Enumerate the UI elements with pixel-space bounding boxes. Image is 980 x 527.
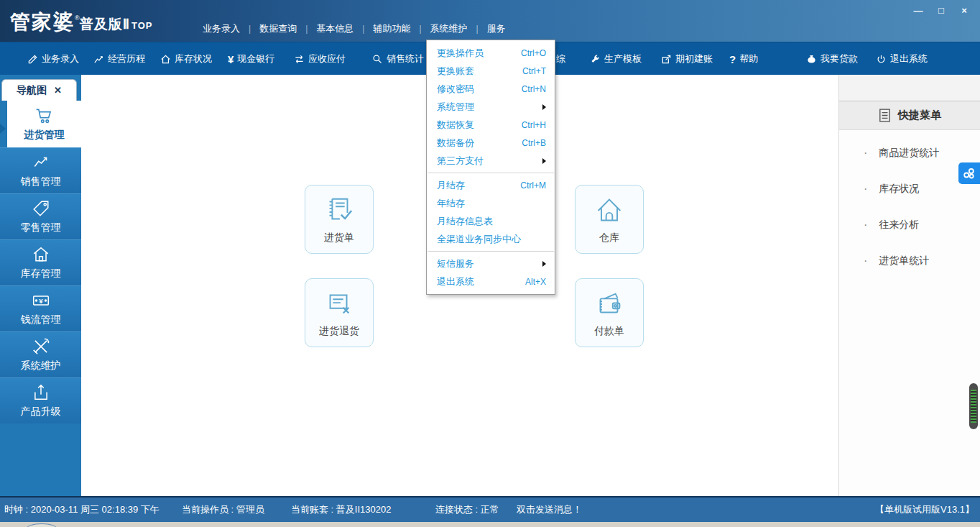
shortcut: Ctrl+N bbox=[522, 84, 546, 94]
window-controls: — □ × bbox=[910, 3, 973, 17]
toolbar-business-entry[interactable]: 业务录入 bbox=[27, 42, 79, 75]
menu-item-exit-system[interactable]: 退出系统Alt+X bbox=[427, 272, 555, 290]
card-label: 进货退货 bbox=[319, 325, 359, 338]
document-icon bbox=[879, 109, 891, 122]
toolbar-help[interactable]: ? 帮助 bbox=[729, 42, 758, 75]
tag-icon bbox=[32, 199, 50, 218]
card-label: 仓库 bbox=[599, 232, 619, 244]
nav-map-tab[interactable]: 导航图 ✕ bbox=[1, 79, 77, 101]
sidebar-item-inventory[interactable]: 库存管理 bbox=[0, 239, 81, 285]
toolbar-production-template[interactable]: 生产模板 bbox=[590, 42, 642, 75]
grip-handle[interactable] bbox=[969, 383, 978, 429]
pencil-icon bbox=[27, 54, 38, 65]
cart-icon bbox=[34, 106, 55, 125]
toolbar-label: 销售统计 bbox=[387, 52, 424, 65]
navigation-sidebar: 导航图 ✕ 进货管理 销售管理 零售管理 库存管理 ¥ 钱流管理 系统维护 产品… bbox=[0, 75, 81, 496]
power-icon bbox=[876, 54, 887, 65]
bullet-icon: · bbox=[864, 255, 867, 267]
card-payment-order[interactable]: 付款单 bbox=[575, 278, 644, 347]
menu-service[interactable]: 服务 bbox=[479, 20, 514, 37]
bullet-icon: · bbox=[864, 183, 867, 196]
menu-bar: 业务录入 | 数据查询 | 基本信息 | 辅助功能 | 系统维护 | 服务 bbox=[194, 20, 514, 37]
toolbar-partial-covered-item[interactable]: 综 bbox=[556, 42, 565, 75]
menu-item-data-restore[interactable]: 数据恢复Ctrl+H bbox=[427, 116, 555, 134]
card-purchase-return[interactable]: 进货退货 bbox=[305, 278, 374, 347]
menu-item-month-closing-info[interactable]: 月结存信息表 bbox=[427, 212, 555, 230]
menu-item-omnichannel-sync-center[interactable]: 全渠道业务同步中心 bbox=[427, 230, 555, 248]
pull-up-handle[interactable] bbox=[26, 523, 57, 527]
menu-item-month-closing[interactable]: 月结存Ctrl+M bbox=[427, 176, 555, 194]
toolbar-business-history[interactable]: 经营历程 bbox=[93, 42, 145, 75]
yen-icon: ¥ bbox=[228, 54, 234, 65]
status-version: 【单机版试用版V13.1】 bbox=[875, 498, 974, 522]
menu-item-sms-service[interactable]: 短信服务 bbox=[427, 255, 555, 272]
sidebar-item-label: 库存管理 bbox=[21, 267, 61, 280]
sidebar-item-label: 销售管理 bbox=[21, 175, 61, 188]
sidebar-item-retail[interactable]: 零售管理 bbox=[0, 193, 81, 239]
swap-arrows-icon bbox=[294, 54, 305, 65]
menu-item-switch-account[interactable]: 更换账套Ctrl+T bbox=[427, 62, 555, 80]
sidebar-item-label: 进货管理 bbox=[24, 129, 65, 142]
submenu-arrow-icon bbox=[542, 261, 546, 267]
submenu-arrow-icon bbox=[542, 104, 546, 110]
maximize-button[interactable]: □ bbox=[933, 3, 950, 17]
card-warehouse[interactable]: 仓库 bbox=[575, 185, 644, 254]
toolbar-label: 我要贷款 bbox=[820, 52, 858, 65]
toolbar-label: 生产模板 bbox=[604, 52, 642, 65]
sidebar-item-sales[interactable]: 销售管理 bbox=[0, 147, 81, 193]
quick-item-contact-analysis[interactable]: · 往来分析 bbox=[839, 217, 980, 233]
menu-item-third-party-payment[interactable]: 第三方支付 bbox=[427, 152, 555, 170]
wallet-icon bbox=[593, 288, 626, 321]
share-float-button[interactable] bbox=[958, 162, 980, 184]
toolbar-receivable-payable[interactable]: 应收应付 bbox=[294, 42, 346, 75]
menu-item-change-password[interactable]: 修改密码Ctrl+N bbox=[427, 80, 555, 98]
menu-basic-info[interactable]: 基本信息 bbox=[308, 20, 362, 37]
sales-chart-icon bbox=[32, 153, 50, 172]
banknote-icon: ¥ bbox=[32, 291, 50, 310]
tab-close-icon[interactable]: ✕ bbox=[54, 85, 62, 96]
sidebar-item-cashflow[interactable]: ¥ 钱流管理 bbox=[0, 285, 81, 331]
magnifier-icon bbox=[372, 54, 383, 65]
toolbar-inventory-status[interactable]: 库存状况 bbox=[160, 42, 212, 75]
menu-item-system-management[interactable]: 系统管理 bbox=[427, 98, 555, 116]
quick-item-inventory-status[interactable]: · 库存状况 bbox=[839, 181, 980, 197]
toolbar-loan[interactable]: 我要贷款 bbox=[806, 42, 858, 75]
status-message[interactable]: 双击发送消息！ bbox=[517, 498, 582, 522]
menu-auxiliary[interactable]: 辅助功能 bbox=[364, 20, 419, 37]
menu-data-query[interactable]: 数据查询 bbox=[251, 20, 305, 37]
quick-item-label: 往来分析 bbox=[879, 219, 919, 232]
toolbar-label: 期初建账 bbox=[675, 52, 713, 65]
shortcut: Ctrl+O bbox=[521, 48, 546, 58]
sidebar-item-label: 产品升级 bbox=[21, 405, 61, 418]
svg-text:¥: ¥ bbox=[39, 297, 43, 305]
close-button[interactable]: × bbox=[956, 3, 973, 17]
question-icon: ? bbox=[729, 54, 736, 65]
system-maintenance-menu: 更换操作员Ctrl+O 更换账套Ctrl+T 修改密码Ctrl+N 系统管理 数… bbox=[426, 40, 555, 295]
menu-item-year-closing[interactable]: 年结存 bbox=[427, 194, 555, 212]
quick-item-label: 进货单统计 bbox=[879, 255, 929, 267]
card-purchase-order[interactable]: 进货单 bbox=[305, 185, 374, 254]
sidebar-item-purchase[interactable]: 进货管理 bbox=[7, 101, 81, 147]
submenu-arrow-icon bbox=[542, 158, 546, 164]
toolbar-initial-setup[interactable]: 期初建账 bbox=[661, 42, 713, 75]
card-label: 进货单 bbox=[324, 232, 354, 244]
sidebar-item-maintenance[interactable]: 系统维护 bbox=[0, 331, 81, 377]
toolbar-sales-statistics[interactable]: 销售统计 bbox=[372, 42, 424, 75]
menu-business-entry[interactable]: 业务录入 bbox=[194, 20, 249, 37]
minimize-button[interactable]: — bbox=[910, 3, 927, 17]
status-account: 当前账套 : 普及II130202 bbox=[291, 498, 391, 522]
quick-item-goods-purchase-stats[interactable]: · 商品进货统计 bbox=[839, 145, 980, 161]
menu-item-switch-operator[interactable]: 更换操作员Ctrl+O bbox=[427, 44, 555, 62]
toolbar-cash-bank[interactable]: ¥ 现金银行 bbox=[228, 42, 274, 75]
quick-item-label: 库存状况 bbox=[879, 183, 919, 196]
toolbar-exit-system[interactable]: 退出系统 bbox=[876, 42, 928, 75]
home-icon bbox=[160, 54, 171, 65]
quick-item-purchase-order-stats[interactable]: · 进货单统计 bbox=[839, 253, 980, 269]
status-connection: 连接状态 : 正常 bbox=[435, 498, 499, 522]
wrench-icon bbox=[590, 54, 601, 65]
title-bar: 管家婆®普及版ⅡTOP 业务录入 | 数据查询 | 基本信息 | 辅助功能 | … bbox=[0, 0, 980, 42]
menu-system-maintenance[interactable]: 系统维护 bbox=[422, 20, 476, 37]
sidebar-item-upgrade[interactable]: 产品升级 bbox=[0, 377, 81, 423]
toolbar-label: 经营历程 bbox=[108, 52, 145, 65]
menu-item-data-backup[interactable]: 数据备份Ctrl+B bbox=[427, 134, 555, 152]
